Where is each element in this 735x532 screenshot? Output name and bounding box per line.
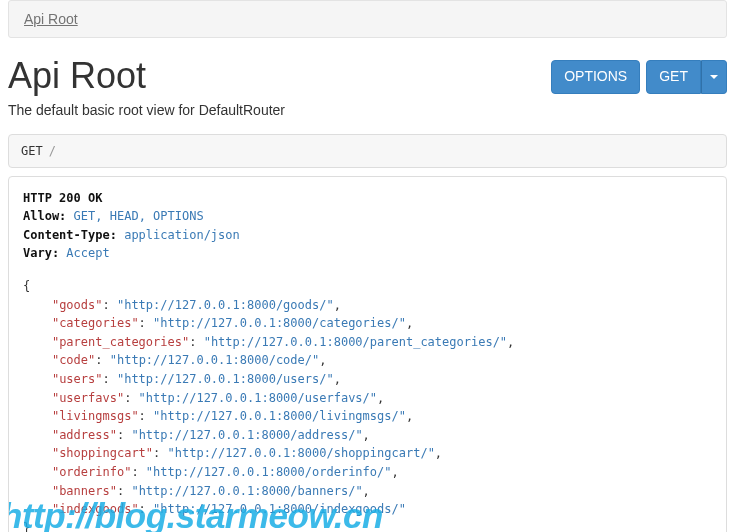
header-vary: Vary: Accept bbox=[23, 244, 712, 263]
get-button-group: GET bbox=[646, 60, 727, 94]
allow-value: GET bbox=[74, 209, 96, 223]
options-button[interactable]: OPTIONS bbox=[551, 60, 640, 94]
endpoint-link[interactable]: http://127.0.0.1:8000/shoppingcart/ bbox=[175, 446, 428, 460]
breadcrumb-link-root[interactable]: Api Root bbox=[24, 11, 78, 27]
json-entry: "categories": "http://127.0.0.1:8000/cat… bbox=[23, 314, 712, 333]
endpoint-link[interactable]: http://127.0.0.1:8000/code/ bbox=[117, 353, 312, 367]
endpoint-link[interactable]: http://127.0.0.1:8000/users/ bbox=[124, 372, 326, 386]
json-entry: "indexgoods": "http://127.0.0.1:8000/ind… bbox=[23, 500, 712, 519]
response-box: HTTP 200 OK Allow: GET, HEAD, OPTIONS Co… bbox=[8, 176, 727, 532]
json-entry: "users": "http://127.0.0.1:8000/users/", bbox=[23, 370, 712, 389]
json-entry: "banners": "http://127.0.0.1:8000/banner… bbox=[23, 482, 712, 501]
chevron-down-icon bbox=[710, 75, 718, 79]
endpoint-link[interactable]: http://127.0.0.1:8000/goods/ bbox=[124, 298, 326, 312]
page-title: Api Root bbox=[8, 56, 146, 96]
endpoint-link[interactable]: http://127.0.0.1:8000/address/ bbox=[139, 428, 356, 442]
json-entry: "shoppingcart": "http://127.0.0.1:8000/s… bbox=[23, 444, 712, 463]
endpoint-link[interactable]: http://127.0.0.1:8000/indexgoods/ bbox=[160, 502, 398, 516]
endpoint-link[interactable]: http://127.0.0.1:8000/livingmsgs/ bbox=[160, 409, 398, 423]
get-button[interactable]: GET bbox=[646, 60, 701, 94]
allow-value: HEAD bbox=[110, 209, 139, 223]
request-method: GET bbox=[21, 144, 43, 158]
json-entry: "livingmsgs": "http://127.0.0.1:8000/liv… bbox=[23, 407, 712, 426]
json-entry: "address": "http://127.0.0.1:8000/addres… bbox=[23, 426, 712, 445]
allow-value: OPTIONS bbox=[153, 209, 204, 223]
json-entry: "code": "http://127.0.0.1:8000/code/", bbox=[23, 351, 712, 370]
header-content-type: Content-Type: application/json bbox=[23, 226, 712, 245]
page-description: The default basic root view for DefaultR… bbox=[8, 102, 727, 118]
json-entry: "userfavs": "http://127.0.0.1:8000/userf… bbox=[23, 389, 712, 408]
response-body: { "goods": "http://127.0.0.1:8000/goods/… bbox=[23, 277, 712, 532]
request-path: / bbox=[49, 144, 56, 158]
json-entry: "orderinfo": "http://127.0.0.1:8000/orde… bbox=[23, 463, 712, 482]
action-buttons: OPTIONS GET bbox=[551, 60, 727, 94]
request-bar: GET/ bbox=[8, 134, 727, 168]
endpoint-link[interactable]: http://127.0.0.1:8000/categories/ bbox=[160, 316, 398, 330]
header-allow: Allow: GET, HEAD, OPTIONS bbox=[23, 207, 712, 226]
json-entry: "goods": "http://127.0.0.1:8000/goods/", bbox=[23, 296, 712, 315]
json-entry: "parent_categories": "http://127.0.0.1:8… bbox=[23, 333, 712, 352]
endpoint-link[interactable]: http://127.0.0.1:8000/userfavs/ bbox=[146, 391, 370, 405]
page-header: Api Root OPTIONS GET bbox=[8, 56, 727, 96]
breadcrumb: Api Root bbox=[8, 0, 727, 38]
status-line: HTTP 200 OK bbox=[23, 191, 102, 205]
endpoint-link[interactable]: http://127.0.0.1:8000/banners/ bbox=[139, 484, 356, 498]
endpoint-link[interactable]: http://127.0.0.1:8000/orderinfo/ bbox=[153, 465, 384, 479]
get-dropdown-toggle[interactable] bbox=[701, 60, 727, 94]
endpoint-link[interactable]: http://127.0.0.1:8000/parent_categories/ bbox=[211, 335, 500, 349]
